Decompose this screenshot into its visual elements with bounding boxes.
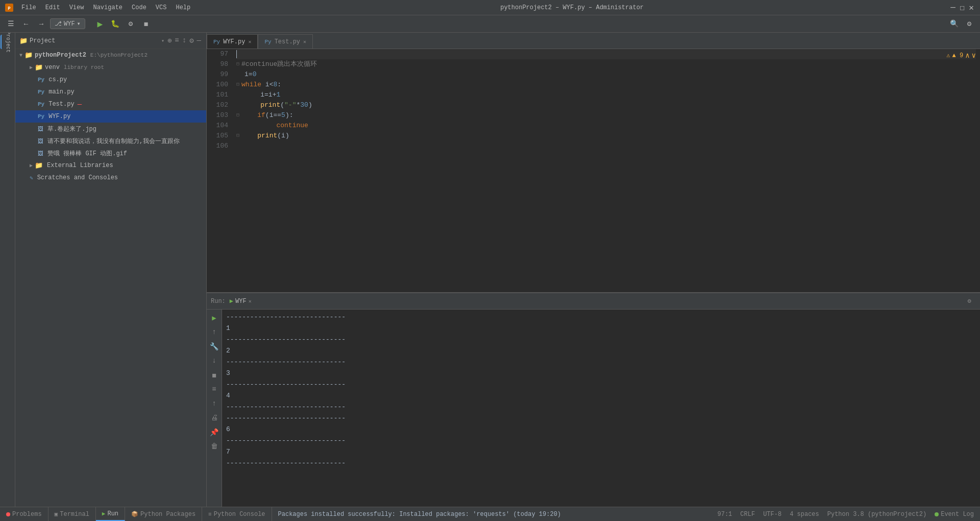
svg-text:P: P bbox=[8, 6, 11, 11]
tree-item-img1[interactable]: 🖼 草.卷起来了.jpg bbox=[15, 123, 206, 135]
run-wrench-btn[interactable]: 🔧 bbox=[208, 340, 220, 352]
line-num-104: 104 bbox=[207, 121, 232, 131]
run-format-btn[interactable]: ≡ bbox=[208, 383, 220, 395]
output-6: 6 bbox=[226, 424, 976, 435]
code-content[interactable]: ⊟ #continue跳出本次循环 i=0 ⊟ while i<8: bbox=[232, 49, 980, 292]
code-line-103: ⊟ if(i==5): bbox=[236, 110, 976, 121]
menu-navigate[interactable]: Navigate bbox=[89, 3, 127, 12]
run-settings-icon[interactable]: ⚙ bbox=[963, 295, 976, 308]
run-play-btn[interactable]: ▶ bbox=[208, 312, 220, 324]
tree-item-main[interactable]: Py main.py bbox=[15, 86, 206, 98]
cursor bbox=[236, 50, 237, 58]
run-scroll-up-btn[interactable]: ↑ bbox=[208, 326, 220, 338]
venv-suffix: library root bbox=[64, 64, 104, 70]
settings-button[interactable]: ⚙ bbox=[963, 17, 976, 31]
run-print-btn[interactable]: 🖨 bbox=[208, 412, 220, 424]
wyf-tab-close[interactable]: ✕ bbox=[248, 39, 251, 45]
tree-item-venv[interactable]: 📁 venv library root bbox=[15, 61, 206, 74]
test-tab-close[interactable]: ✕ bbox=[303, 39, 306, 45]
stop-button[interactable]: ◼ bbox=[139, 17, 153, 31]
cursor-position[interactable]: 97:1 bbox=[718, 511, 732, 518]
forward-button[interactable]: → bbox=[35, 17, 48, 31]
menu-edit[interactable]: Edit bbox=[41, 3, 64, 12]
project-panel-actions: ⊕ ≡ ↕ ⚙ — bbox=[166, 35, 202, 46]
bottom-tab-run[interactable]: ▶ Run bbox=[96, 507, 125, 521]
tree-item-scratches[interactable]: ✎ Scratches and Consoles bbox=[15, 172, 206, 184]
run-button[interactable]: ▶ bbox=[93, 17, 107, 31]
tree-item-ext-libs[interactable]: 📁 External Libraries bbox=[15, 159, 206, 172]
settings-gear-icon[interactable]: ⚙ bbox=[188, 35, 194, 46]
fold-arrow-103[interactable]: ⊟ bbox=[236, 110, 239, 121]
titlebar: P File Edit View Navigate Code VCS Help … bbox=[0, 0, 980, 15]
output-line-4: ------------------------------ bbox=[226, 379, 976, 390]
status-message: Packages installed successfully: Install… bbox=[272, 511, 712, 518]
fold-indicator: ⊟ bbox=[236, 59, 239, 69]
tree-item-test[interactable]: Py Test.py — bbox=[15, 98, 206, 110]
run-scroll-down-btn[interactable]: ↓ bbox=[208, 354, 220, 367]
line-num-99: 99 bbox=[207, 69, 232, 80]
debug-button[interactable]: 🐛 bbox=[109, 17, 122, 31]
terminal-icon: ▣ bbox=[55, 511, 58, 517]
project-panel: 📁 Project ▾ ⊕ ≡ ↕ ⚙ — 📁 pythonProject2 E… bbox=[15, 33, 207, 507]
close-button[interactable]: ✕ bbox=[968, 4, 975, 11]
menu-vcs[interactable]: VCS bbox=[152, 3, 171, 12]
bottom-tabs: Problems ▣ Terminal ▶ Run 📦 Python Packa… bbox=[0, 507, 272, 521]
bottom-tab-terminal[interactable]: ▣ Terminal bbox=[48, 507, 96, 521]
op-paren1: ( bbox=[280, 100, 284, 110]
minimize-button[interactable]: — bbox=[949, 4, 957, 11]
charset[interactable]: UTF-8 bbox=[763, 511, 781, 518]
sort-icon[interactable]: ↕ bbox=[181, 35, 187, 46]
output-3: 3 bbox=[226, 368, 976, 379]
tree-item-wyf[interactable]: Py WYF.py bbox=[15, 110, 206, 123]
maximize-button[interactable]: ☐ bbox=[959, 4, 966, 11]
code-editor[interactable]: 97 98 99 100 101 102 103 104 105 106 ⊟ bbox=[207, 49, 980, 292]
bottom-tab-problems[interactable]: Problems bbox=[0, 507, 48, 521]
run-side-buttons: ▶ ↑ 🔧 ↓ ◼ ≡ ↑ 🖨 📌 🗑 bbox=[207, 310, 222, 507]
tree-item-img3[interactable]: 🖼 赞哦 很棒棒 GIF 动图.gif bbox=[15, 147, 206, 159]
run-pin-btn[interactable]: 📌 bbox=[208, 426, 220, 438]
search-everywhere-button[interactable]: 🔍 bbox=[947, 17, 961, 31]
menu-code[interactable]: Code bbox=[128, 3, 151, 12]
tab-wyf-py[interactable]: Py WYF.py ✕ bbox=[207, 34, 258, 49]
project-panel-dropdown[interactable]: ▾ bbox=[161, 38, 164, 44]
project-panel-toggle[interactable]: Project bbox=[1, 35, 15, 49]
menu-help[interactable]: Help bbox=[172, 3, 194, 12]
tab-test-py[interactable]: Py Test.py ✕ bbox=[258, 34, 313, 49]
coverage-button[interactable]: ⚙ bbox=[124, 17, 137, 31]
tree-item-cs[interactable]: Py cs.py bbox=[15, 74, 206, 86]
run-output: ------------------------------ 1 -------… bbox=[222, 310, 980, 507]
event-log-button[interactable]: Event Log bbox=[935, 511, 974, 518]
line-endings[interactable]: CRLF bbox=[740, 511, 755, 518]
bottom-tab-python-console[interactable]: ≡ Python Console bbox=[202, 507, 272, 521]
minimize-panel-icon[interactable]: — bbox=[196, 35, 202, 46]
wyf-py-label: WYF.py bbox=[48, 113, 70, 120]
run-tab-close[interactable]: ✕ bbox=[249, 298, 252, 304]
run-trash-btn[interactable]: 🗑 bbox=[208, 440, 220, 453]
branch-selector[interactable]: ⎇ WYF ▾ bbox=[50, 18, 85, 29]
venv-folder-icon: 📁 bbox=[35, 63, 43, 72]
output-line-7: ------------------------------ bbox=[226, 435, 976, 446]
run-up-btn2[interactable]: ↑ bbox=[208, 397, 220, 410]
wyf-tab-label: WYF.py bbox=[223, 38, 245, 45]
menu-view[interactable]: View bbox=[65, 3, 88, 12]
code-line-101: i=i+1 bbox=[236, 90, 976, 100]
tree-item-img2[interactable]: 🖼 请不要和我说话，我没有自制能力,我会一直跟你 bbox=[15, 135, 206, 147]
python-version[interactable]: Python 3.8 (pythonProject2) bbox=[827, 511, 926, 518]
line-num-100: 100 bbox=[207, 80, 232, 90]
menu-file[interactable]: File bbox=[17, 3, 40, 12]
tree-root[interactable]: 📁 pythonProject2 E:\pythonProject2 bbox=[15, 49, 206, 61]
hamburger-button[interactable]: ☰ bbox=[4, 17, 17, 31]
status-bar-right: 97:1 CRLF UTF-8 4 spaces Python 3.8 (pyt… bbox=[712, 511, 981, 518]
indent-info[interactable]: 4 spaces bbox=[790, 511, 819, 518]
locate-file-icon[interactable]: ⊕ bbox=[166, 35, 173, 46]
run-tab-wyf[interactable]: ▶ WYF ✕ bbox=[230, 297, 252, 305]
back-button[interactable]: ← bbox=[19, 17, 33, 31]
run-icon: ▶ bbox=[102, 510, 106, 517]
num-1: 1 bbox=[276, 90, 280, 100]
run-stop-btn[interactable]: ◼ bbox=[208, 369, 220, 381]
bottom-tab-python-packages[interactable]: 📦 Python Packages bbox=[125, 507, 202, 521]
warning-down-arrow[interactable]: ∨ bbox=[972, 51, 976, 60]
fold-arrow-100[interactable]: ⊟ bbox=[236, 80, 239, 90]
collapse-all-icon[interactable]: ≡ bbox=[174, 35, 180, 46]
warning-up-arrow[interactable]: ∧ bbox=[965, 51, 969, 60]
